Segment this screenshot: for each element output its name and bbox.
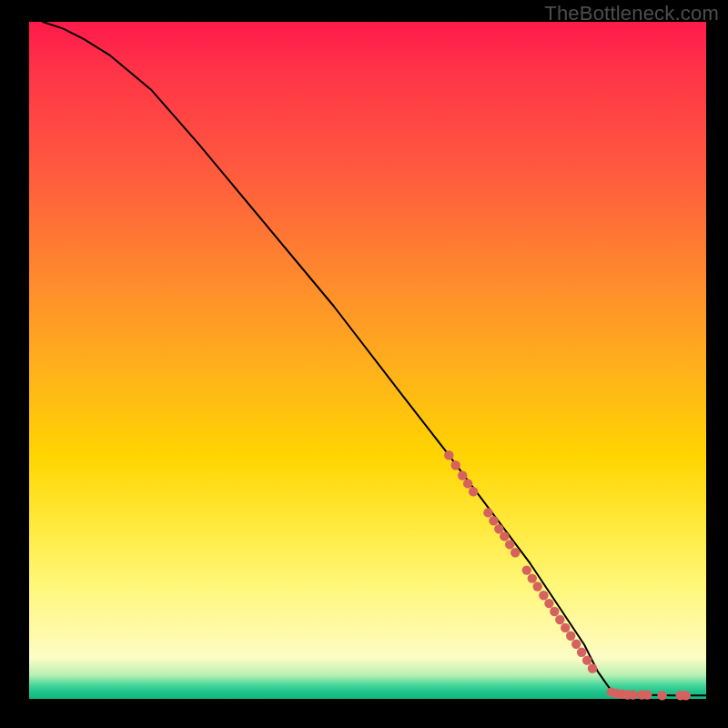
data-dot <box>500 531 509 541</box>
data-dots <box>444 450 691 701</box>
data-dot <box>483 508 492 517</box>
data-dot <box>533 581 542 591</box>
plot-overlay-svg <box>29 22 706 699</box>
data-dot <box>555 615 564 624</box>
data-dot <box>657 691 666 700</box>
data-dot <box>550 607 559 616</box>
data-dot <box>489 516 498 525</box>
watermark-text: TheBottleneck.com <box>544 2 719 25</box>
data-dot <box>539 591 548 600</box>
data-dot <box>588 663 597 672</box>
data-dot <box>582 655 592 664</box>
data-dot <box>458 470 467 480</box>
data-dot <box>561 623 570 632</box>
data-dot <box>444 450 453 460</box>
data-dot <box>469 487 478 496</box>
data-dot <box>642 690 652 699</box>
data-dot <box>566 632 575 641</box>
data-dot <box>682 691 691 700</box>
data-dot <box>528 573 537 582</box>
data-dot <box>511 548 520 557</box>
data-dot <box>505 540 514 549</box>
data-dot <box>544 599 553 608</box>
data-dot <box>628 690 637 699</box>
plot-area <box>29 22 706 699</box>
bottleneck-curve <box>43 22 706 695</box>
data-dot <box>451 460 460 470</box>
data-dot <box>577 648 586 657</box>
data-dot <box>463 479 472 488</box>
data-dot <box>522 565 531 574</box>
chart-stage: TheBottleneck.com <box>0 0 728 728</box>
data-dot <box>571 640 581 649</box>
